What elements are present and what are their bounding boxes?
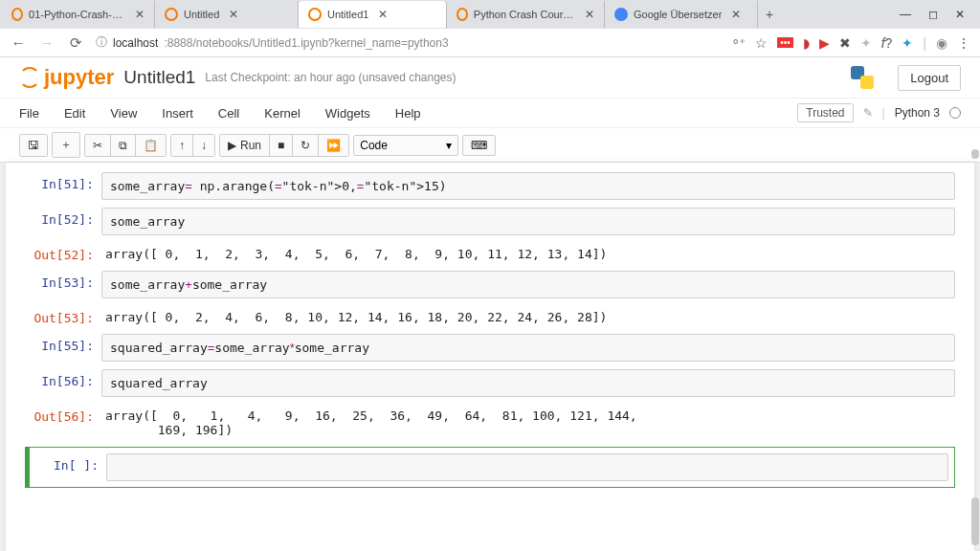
code-input[interactable]: some_array xyxy=(101,208,955,235)
window-controls: — ◻ ✕ xyxy=(886,8,978,21)
ext-icon[interactable]: ▶ xyxy=(819,35,830,51)
code-cell[interactable]: In[56]:squared_array xyxy=(25,369,955,397)
site-info-icon[interactable]: ⓘ xyxy=(96,34,107,51)
in-prompt: In[53]: xyxy=(25,271,101,298)
close-window-icon[interactable]: ✕ xyxy=(955,8,965,21)
cut-button[interactable]: ✂ xyxy=(85,135,111,156)
browser-actions: ᵒ⁺ ☆ ••• ◗ ▶ ✖ ✦ f? ✦ | ◉ ⋮ xyxy=(733,35,970,51)
ext-icon[interactable]: ✦ xyxy=(860,35,872,51)
in-prompt: In[55]: xyxy=(25,334,101,362)
maximize-icon[interactable]: ◻ xyxy=(928,8,938,21)
close-icon[interactable]: ✕ xyxy=(378,8,388,21)
ext-icon[interactable]: ✖ xyxy=(839,35,851,51)
menubar: File Edit View Insert Cell Kernel Widget… xyxy=(0,98,980,128)
checkpoint-status: Last Checkpoint: an hour ago (unsaved ch… xyxy=(205,71,456,84)
insert-cell-button[interactable]: ＋ xyxy=(53,133,79,157)
ext-icon[interactable]: ✦ xyxy=(902,35,913,51)
menu-edit[interactable]: Edit xyxy=(64,106,85,121)
address-bar[interactable]: ⓘ localhost:8888/notebooks/Untitled1.ipy… xyxy=(96,34,722,51)
close-icon[interactable]: ✕ xyxy=(229,8,238,21)
browser-toolbar: ← → ⟳ ⓘ localhost:8888/notebooks/Untitle… xyxy=(0,29,980,57)
jupyter-brand: jupyter xyxy=(44,65,114,90)
browser-tab-strip: 01-Python-Crash-Course/ ✕ Untitled ✕ Unt… xyxy=(0,0,980,29)
close-icon[interactable]: ✕ xyxy=(731,8,741,21)
logout-button[interactable]: Logout xyxy=(898,65,961,91)
reload-icon[interactable]: ⟳ xyxy=(67,34,84,52)
output-text: array([ 0, 1, 4, 9, 16, 25, 36, 49, 64, … xyxy=(101,405,955,439)
jupyter-logo-icon xyxy=(19,67,40,88)
tab-title: Google Übersetzer xyxy=(634,9,722,20)
interrupt-button[interactable]: ■ xyxy=(270,135,293,156)
jupyter-icon xyxy=(457,8,468,21)
url-host: localhost xyxy=(113,36,158,50)
forward-icon[interactable]: → xyxy=(38,34,56,51)
code-cell[interactable]: In[53]:some_array+some_array xyxy=(25,271,955,298)
run-button[interactable]: ▶ Run xyxy=(220,135,270,156)
cell-type-select[interactable]: Code ▾ xyxy=(353,135,458,156)
tab-title: Untitled xyxy=(184,9,219,20)
code-cell[interactable]: In[ ]: xyxy=(25,447,955,488)
browser-tab[interactable]: Python Crash Course Exerc ✕ xyxy=(447,1,605,28)
browser-tab-active[interactable]: Untitled1 ✕ xyxy=(299,1,447,28)
google-icon xyxy=(614,8,628,21)
move-up-button[interactable]: ↑ xyxy=(171,135,193,156)
code-input[interactable] xyxy=(106,453,948,481)
minimize-icon[interactable]: — xyxy=(900,8,911,21)
browser-tab[interactable]: Untitled ✕ xyxy=(155,1,299,28)
ext-icon[interactable]: f? xyxy=(881,35,893,51)
menu-kernel[interactable]: Kernel xyxy=(264,106,301,121)
menu-file[interactable]: File xyxy=(19,106,39,121)
command-palette-button[interactable]: ⌨ xyxy=(462,135,496,156)
browser-tab[interactable]: Google Übersetzer ✕ xyxy=(605,1,758,28)
in-prompt: In[52]: xyxy=(25,208,101,235)
output-text: array([ 0, 1, 2, 3, 4, 5, 6, 7, 8, 9, 10… xyxy=(101,243,955,263)
code-input[interactable]: some_array= np.arange(="tok-n">0,="tok-n… xyxy=(101,172,955,200)
python-logo-icon xyxy=(848,63,877,92)
menu-widgets[interactable]: Widgets xyxy=(325,106,370,121)
notebook-area: In[51]:some_array= np.arange(="tok-n">0,… xyxy=(6,163,974,551)
tab-title: Python Crash Course Exerc xyxy=(474,9,575,20)
jupyter-logo[interactable]: jupyter xyxy=(19,65,114,90)
trusted-badge[interactable]: Trusted xyxy=(797,103,853,122)
menu-cell[interactable]: Cell xyxy=(218,106,239,121)
zoom-icon[interactable]: ᵒ⁺ xyxy=(733,35,746,51)
copy-button[interactable]: ⧉ xyxy=(111,135,136,156)
new-tab-button[interactable]: + xyxy=(758,7,781,22)
move-down-button[interactable]: ↓ xyxy=(193,135,214,156)
kernel-name[interactable]: Python 3 xyxy=(895,106,940,120)
menu-view[interactable]: View xyxy=(110,106,137,121)
url-path: :8888/notebooks/Untitled1.ipynb?kernel_n… xyxy=(164,36,448,50)
save-button[interactable]: 🖫 xyxy=(20,135,47,156)
notebook-title[interactable]: Untitled1 xyxy=(123,67,195,88)
profile-icon[interactable]: ◉ xyxy=(936,35,947,51)
close-icon[interactable]: ✕ xyxy=(135,8,145,21)
code-input[interactable]: squared_array=some_array*some_array xyxy=(101,334,955,362)
paste-button[interactable]: 📋 xyxy=(136,135,166,156)
code-cell[interactable]: In[52]:some_array xyxy=(25,208,955,235)
menu-insert[interactable]: Insert xyxy=(162,106,193,121)
ext-icon[interactable]: ••• xyxy=(777,37,793,48)
out-prompt: Out[56]: xyxy=(25,405,101,439)
pencil-icon[interactable]: ✎ xyxy=(863,106,873,120)
chrome-menu-icon[interactable]: ⋮ xyxy=(957,35,970,51)
code-cell[interactable]: In[51]:some_array= np.arange(="tok-n">0,… xyxy=(25,172,955,200)
star-icon[interactable]: ☆ xyxy=(755,35,768,51)
in-prompt: In[51]: xyxy=(25,172,101,200)
jupyter-icon xyxy=(11,8,23,21)
in-prompt: In[56]: xyxy=(25,369,101,397)
ext-icon[interactable]: ◗ xyxy=(803,35,810,51)
code-input[interactable]: some_array+some_array xyxy=(101,271,955,298)
output-text: array([ 0, 2, 4, 6, 8, 10, 12, 14, 16, 1… xyxy=(101,306,955,326)
browser-tab[interactable]: 01-Python-Crash-Course/ ✕ xyxy=(2,1,155,28)
menu-help[interactable]: Help xyxy=(395,106,421,121)
vertical-scrollbar[interactable] xyxy=(970,57,980,551)
jupyter-icon xyxy=(165,8,178,21)
code-cell[interactable]: In[55]:squared_array=some_array*some_arr… xyxy=(25,334,955,362)
close-icon[interactable]: ✕ xyxy=(585,8,594,21)
restart-button[interactable]: ↻ xyxy=(293,135,319,156)
chevron-down-icon: ▾ xyxy=(446,139,452,152)
restart-run-button[interactable]: ⏩ xyxy=(319,135,348,156)
jupyter-icon xyxy=(308,8,322,21)
back-icon[interactable]: ← xyxy=(10,34,27,51)
code-input[interactable]: squared_array xyxy=(101,369,955,397)
